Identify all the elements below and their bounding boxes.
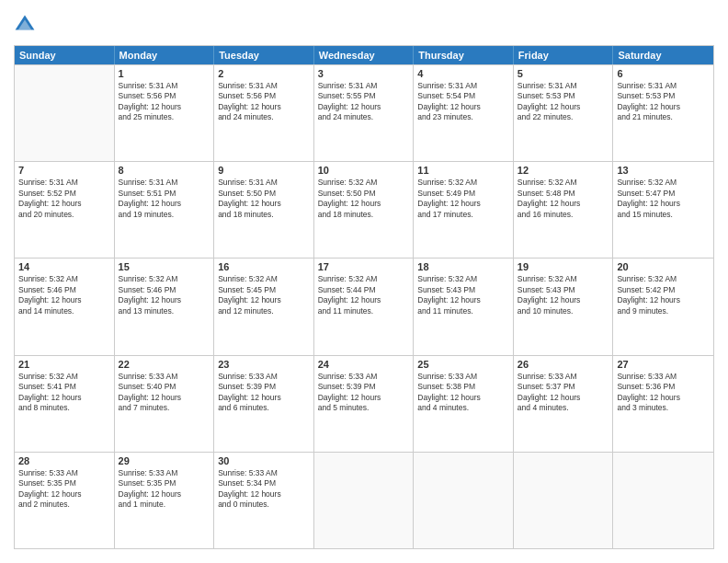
day-number: 29 xyxy=(119,455,210,466)
calendar-cell: 3Sunrise: 5:31 AM Sunset: 5:55 PM Daylig… xyxy=(314,65,415,161)
day-info: Sunrise: 5:31 AM Sunset: 5:50 PM Dayligh… xyxy=(218,178,310,220)
calendar-cell: 20Sunrise: 5:32 AM Sunset: 5:42 PM Dayli… xyxy=(613,259,713,354)
day-info: Sunrise: 5:31 AM Sunset: 5:56 PM Dayligh… xyxy=(218,81,310,123)
day-info: Sunrise: 5:31 AM Sunset: 5:53 PM Dayligh… xyxy=(518,81,609,123)
day-info: Sunrise: 5:32 AM Sunset: 5:41 PM Dayligh… xyxy=(18,372,110,414)
day-info: Sunrise: 5:33 AM Sunset: 5:34 PM Dayligh… xyxy=(218,468,310,511)
calendar-row-2: 7Sunrise: 5:31 AM Sunset: 5:52 PM Daylig… xyxy=(15,161,713,258)
day-info: Sunrise: 5:31 AM Sunset: 5:51 PM Dayligh… xyxy=(119,178,210,220)
day-info: Sunrise: 5:32 AM Sunset: 5:45 PM Dayligh… xyxy=(218,274,310,316)
header-day-monday: Monday xyxy=(115,46,215,64)
calendar-body: 1Sunrise: 5:31 AM Sunset: 5:56 PM Daylig… xyxy=(15,64,713,548)
day-number: 28 xyxy=(18,455,110,466)
calendar-cell xyxy=(414,453,514,548)
day-info: Sunrise: 5:32 AM Sunset: 5:42 PM Dayligh… xyxy=(617,274,710,316)
day-number: 20 xyxy=(617,261,710,272)
day-number: 23 xyxy=(218,359,310,370)
day-number: 13 xyxy=(617,165,710,176)
day-number: 5 xyxy=(518,68,609,79)
day-number: 19 xyxy=(518,261,609,272)
day-info: Sunrise: 5:31 AM Sunset: 5:56 PM Dayligh… xyxy=(119,81,210,123)
day-info: Sunrise: 5:33 AM Sunset: 5:40 PM Dayligh… xyxy=(119,372,210,414)
calendar-cell: 1Sunrise: 5:31 AM Sunset: 5:56 PM Daylig… xyxy=(115,65,215,161)
header-day-wednesday: Wednesday xyxy=(314,46,415,64)
calendar-cell: 2Sunrise: 5:31 AM Sunset: 5:56 PM Daylig… xyxy=(214,65,314,161)
day-info: Sunrise: 5:33 AM Sunset: 5:38 PM Dayligh… xyxy=(417,372,509,414)
calendar: SundayMondayTuesdayWednesdayThursdayFrid… xyxy=(14,45,714,549)
header-day-saturday: Saturday xyxy=(613,46,713,64)
calendar-cell: 10Sunrise: 5:32 AM Sunset: 5:50 PM Dayli… xyxy=(314,162,415,258)
day-number: 25 xyxy=(417,359,509,370)
day-info: Sunrise: 5:31 AM Sunset: 5:54 PM Dayligh… xyxy=(417,81,509,123)
calendar-cell: 22Sunrise: 5:33 AM Sunset: 5:40 PM Dayli… xyxy=(115,356,215,452)
day-info: Sunrise: 5:32 AM Sunset: 5:47 PM Dayligh… xyxy=(617,178,710,220)
day-number: 21 xyxy=(18,359,110,370)
header-day-thursday: Thursday xyxy=(414,46,514,64)
day-number: 18 xyxy=(417,261,509,272)
calendar-cell: 14Sunrise: 5:32 AM Sunset: 5:46 PM Dayli… xyxy=(15,259,115,354)
day-number: 11 xyxy=(417,165,509,176)
day-number: 16 xyxy=(218,261,310,272)
day-info: Sunrise: 5:32 AM Sunset: 5:50 PM Dayligh… xyxy=(318,178,410,220)
calendar-cell: 16Sunrise: 5:32 AM Sunset: 5:45 PM Dayli… xyxy=(214,259,314,354)
header-day-tuesday: Tuesday xyxy=(214,46,314,64)
day-info: Sunrise: 5:33 AM Sunset: 5:36 PM Dayligh… xyxy=(617,372,710,414)
calendar-cell: 29Sunrise: 5:33 AM Sunset: 5:35 PM Dayli… xyxy=(115,453,215,548)
day-number: 9 xyxy=(218,165,310,176)
calendar-cell: 15Sunrise: 5:32 AM Sunset: 5:46 PM Dayli… xyxy=(115,259,215,354)
day-number: 30 xyxy=(218,455,310,466)
day-info: Sunrise: 5:33 AM Sunset: 5:39 PM Dayligh… xyxy=(218,372,310,414)
day-info: Sunrise: 5:32 AM Sunset: 5:44 PM Dayligh… xyxy=(318,274,410,316)
calendar-cell: 13Sunrise: 5:32 AM Sunset: 5:47 PM Dayli… xyxy=(613,162,713,258)
calendar-cell: 11Sunrise: 5:32 AM Sunset: 5:49 PM Dayli… xyxy=(414,162,514,258)
calendar-cell: 9Sunrise: 5:31 AM Sunset: 5:50 PM Daylig… xyxy=(214,162,314,258)
day-number: 12 xyxy=(518,165,609,176)
day-info: Sunrise: 5:32 AM Sunset: 5:43 PM Dayligh… xyxy=(417,274,509,316)
day-number: 3 xyxy=(318,68,410,79)
calendar-cell xyxy=(15,65,115,161)
day-number: 14 xyxy=(18,261,110,272)
logo-icon xyxy=(14,14,36,36)
calendar-row-5: 28Sunrise: 5:33 AM Sunset: 5:35 PM Dayli… xyxy=(15,452,713,548)
calendar-cell: 17Sunrise: 5:32 AM Sunset: 5:44 PM Dayli… xyxy=(314,259,415,354)
day-number: 27 xyxy=(617,359,710,370)
day-info: Sunrise: 5:33 AM Sunset: 5:35 PM Dayligh… xyxy=(18,468,110,511)
calendar-cell: 4Sunrise: 5:31 AM Sunset: 5:54 PM Daylig… xyxy=(414,65,514,161)
day-number: 17 xyxy=(318,261,410,272)
calendar-cell: 8Sunrise: 5:31 AM Sunset: 5:51 PM Daylig… xyxy=(115,162,215,258)
day-info: Sunrise: 5:31 AM Sunset: 5:52 PM Dayligh… xyxy=(18,178,110,220)
day-info: Sunrise: 5:31 AM Sunset: 5:53 PM Dayligh… xyxy=(617,81,710,123)
calendar-cell: 19Sunrise: 5:32 AM Sunset: 5:43 PM Dayli… xyxy=(514,259,614,354)
calendar-cell xyxy=(314,453,415,548)
calendar-row-1: 1Sunrise: 5:31 AM Sunset: 5:56 PM Daylig… xyxy=(15,64,713,161)
day-info: Sunrise: 5:33 AM Sunset: 5:37 PM Dayligh… xyxy=(518,372,609,414)
logo xyxy=(14,14,40,36)
day-number: 7 xyxy=(18,165,110,176)
day-info: Sunrise: 5:32 AM Sunset: 5:48 PM Dayligh… xyxy=(518,178,609,220)
calendar-cell: 23Sunrise: 5:33 AM Sunset: 5:39 PM Dayli… xyxy=(214,356,314,452)
calendar-cell: 12Sunrise: 5:32 AM Sunset: 5:48 PM Dayli… xyxy=(514,162,614,258)
day-info: Sunrise: 5:31 AM Sunset: 5:55 PM Dayligh… xyxy=(318,81,410,123)
day-number: 26 xyxy=(518,359,609,370)
calendar-cell: 21Sunrise: 5:32 AM Sunset: 5:41 PM Dayli… xyxy=(15,356,115,452)
calendar-cell xyxy=(514,453,614,548)
day-number: 2 xyxy=(218,68,310,79)
day-number: 22 xyxy=(119,359,210,370)
calendar-cell: 27Sunrise: 5:33 AM Sunset: 5:36 PM Dayli… xyxy=(613,356,713,452)
day-info: Sunrise: 5:32 AM Sunset: 5:49 PM Dayligh… xyxy=(417,178,509,220)
day-number: 15 xyxy=(119,261,210,272)
calendar-cell: 5Sunrise: 5:31 AM Sunset: 5:53 PM Daylig… xyxy=(514,65,614,161)
calendar-cell xyxy=(613,453,713,548)
calendar-cell: 28Sunrise: 5:33 AM Sunset: 5:35 PM Dayli… xyxy=(15,453,115,548)
calendar-cell: 7Sunrise: 5:31 AM Sunset: 5:52 PM Daylig… xyxy=(15,162,115,258)
calendar-row-3: 14Sunrise: 5:32 AM Sunset: 5:46 PM Dayli… xyxy=(15,258,713,354)
calendar-cell: 24Sunrise: 5:33 AM Sunset: 5:39 PM Dayli… xyxy=(314,356,415,452)
day-info: Sunrise: 5:32 AM Sunset: 5:46 PM Dayligh… xyxy=(18,274,110,316)
header xyxy=(14,14,714,36)
day-number: 4 xyxy=(417,68,509,79)
day-number: 10 xyxy=(318,165,410,176)
day-info: Sunrise: 5:32 AM Sunset: 5:43 PM Dayligh… xyxy=(518,274,609,316)
page: SundayMondayTuesdayWednesdayThursdayFrid… xyxy=(0,0,728,563)
day-info: Sunrise: 5:33 AM Sunset: 5:39 PM Dayligh… xyxy=(318,372,410,414)
day-number: 1 xyxy=(119,68,210,79)
